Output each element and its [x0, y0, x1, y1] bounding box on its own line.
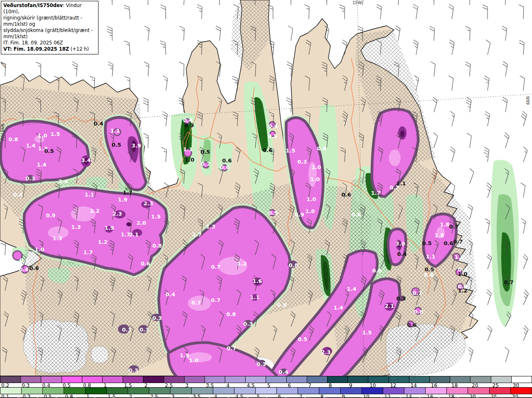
precip-value-label: 1.4 — [347, 286, 356, 292]
precip-value-label: 0.3 — [152, 315, 162, 321]
precip-value-label: 3.4 — [81, 157, 91, 163]
colorbar-segment-sleet-snow — [348, 376, 368, 383]
colorbar-segment-sleet-snow — [82, 376, 103, 383]
precip-value-label: 0.5 — [268, 210, 278, 216]
precip-value-label: 0.6 — [424, 272, 433, 278]
valid-time-offset: (+12 h) — [69, 46, 89, 52]
colorbar-segment-sleet-snow — [62, 376, 82, 383]
precip-value-label: 1.1 — [250, 294, 259, 300]
precip-value-label: 0.9 — [46, 212, 55, 219]
colorbar-segment-rain — [426, 388, 447, 394]
precip-value-label: 3.9 — [131, 142, 141, 149]
colorbar-segment-rain — [383, 388, 404, 394]
product-title: Veðurstofan/IS750dev — [3, 2, 63, 8]
colorbar-segment-rain — [511, 388, 532, 394]
colorbar-segment-rain — [298, 388, 319, 394]
precip-value-label: 0.9 — [184, 122, 194, 128]
graticule-label: 15W — [352, 0, 362, 5]
precip-value-label: 1.6 — [252, 278, 262, 284]
precip-value-label: 1.0 — [311, 164, 321, 170]
precip-value-label: 0.6 — [263, 147, 272, 153]
colorbar-segment-sleet-snow — [103, 376, 123, 383]
precip-value-label: 0.4 — [165, 291, 175, 297]
precip-value-label: 0.6 — [341, 192, 351, 198]
precip-value-label: 1.5 — [50, 131, 60, 137]
precip-value-label: 1.2 — [458, 287, 467, 294]
precip-value-label: 1.1 — [84, 192, 94, 198]
precip-value-label: 1.0 — [306, 196, 316, 202]
colorbar-segment-sleet-snow — [450, 376, 470, 383]
precip-value-label: 1.0 — [310, 176, 320, 182]
colorbar-segment-sleet-snow — [21, 376, 41, 383]
colorbar-rain — [0, 387, 532, 394]
colorbar-sleet-snow-ticks: 0.20.30.40.50.811.522.533.544.5567891012… — [0, 383, 532, 387]
precip-value-label: 0.3 — [256, 361, 266, 367]
colorbar-segment-sleet-snow — [225, 376, 246, 383]
precip-value-label: 0.7 — [227, 345, 236, 351]
colorbar-sleet-snow — [0, 376, 532, 383]
precip-value-label: 1.7 — [371, 190, 380, 196]
precip-value-label: 0.3 — [139, 327, 149, 333]
precip-value-label: 0.6 — [407, 322, 416, 328]
colorbar-segment-sleet-snow — [41, 376, 62, 383]
legend-line2: rigning/skúrir (grænt/blátt/rautt - mm/1… — [3, 15, 82, 27]
forecast-map: 15W66N66N 0.81.01.51.41.30.51.40.32.40.4… — [0, 0, 532, 376]
precip-value-label: 0.3 — [297, 159, 307, 165]
colorbar-segment-rain — [170, 388, 192, 394]
precip-value-label: 0.8 — [317, 145, 326, 152]
precip-value-label: 1.4 — [333, 305, 343, 311]
precip-value-label: 0.7 — [412, 290, 422, 296]
precip-value-label: 0.5 — [422, 240, 431, 246]
precip-value-label: 1.5 — [362, 329, 372, 336]
colorbar-segment-rain — [234, 388, 256, 394]
colorbar-segment-sleet-snow — [430, 376, 450, 383]
precip-value-label: 0.6 — [140, 260, 150, 267]
colorbar-segment-sleet-snow — [164, 376, 185, 383]
precip-value-label: 0.5 — [111, 142, 121, 148]
valid-time: VT: Fim. 18.09.2025 18Z — [3, 46, 69, 52]
precip-value-label: 1.0 — [305, 208, 315, 214]
precip-value-label: 0.4 — [278, 369, 288, 375]
colorbar-segment-sleet-snow — [512, 376, 532, 383]
precip-value-label: 1.4 — [26, 142, 35, 149]
colorbar-segment-sleet-snow — [470, 376, 491, 383]
colorbar-segment-sleet-snow — [205, 376, 225, 383]
precip-value-label: 0.8 — [8, 136, 18, 142]
precip-value-label: 0.3 — [122, 327, 131, 333]
precip-value-label: 0.7 — [211, 297, 220, 303]
colorbar-segment-rain — [319, 388, 340, 394]
weather-map-screenshot: 15W66N66N 0.81.01.51.41.30.51.40.32.40.4… — [0, 0, 532, 398]
precip-value-label: 1.0 — [189, 357, 198, 364]
precip-value-label: 1.7 — [83, 249, 93, 256]
colorbar-segment-rain — [404, 388, 426, 394]
precip-value-label: 1.0 — [458, 271, 467, 277]
precip-value-label: 0.3 — [396, 295, 406, 302]
colorbar-segment-sleet-snow — [266, 376, 286, 383]
colorbar-segment-sleet-snow — [307, 376, 328, 383]
colorbar-segment-rain — [86, 388, 107, 394]
colorbar-segment-rain — [447, 388, 468, 394]
precip-value-label: 1.9 — [180, 352, 189, 359]
colorbar-segment-sleet-snow — [246, 376, 266, 383]
precip-value-label: 0.7 — [449, 224, 458, 230]
colorbar-segment-sleet-snow — [123, 376, 143, 383]
precip-value-label: 0.4 — [13, 192, 22, 198]
colorbar-segment-rain — [107, 388, 128, 394]
colorbar-segment-rain — [43, 388, 64, 394]
precip-value-label: 1.5 — [151, 214, 160, 220]
precip-value-label: 0.9 — [294, 211, 304, 218]
precip-value-label: 1.3 — [71, 224, 81, 230]
precip-value-label: 0.6 — [351, 211, 361, 218]
precip-value-label: 0.7 — [453, 238, 463, 245]
precip-value-label: 1.3 — [52, 235, 62, 241]
precip-value-label: 0.5 — [268, 133, 277, 139]
precip-value-label: 0.3 — [25, 175, 35, 182]
precip-value-label: 2.4 — [58, 178, 68, 184]
colorbar-segment-rain — [256, 388, 277, 394]
precip-value-label: 0.3 — [243, 321, 253, 327]
precip-value-label: 0.8 — [226, 311, 236, 317]
precip-value-label: 0.6 — [222, 157, 232, 164]
precip-value-label: 1.2 — [237, 260, 246, 267]
precip-value-label: 1.1 — [183, 146, 192, 152]
colorbar-segment-sleet-snow — [0, 376, 21, 383]
